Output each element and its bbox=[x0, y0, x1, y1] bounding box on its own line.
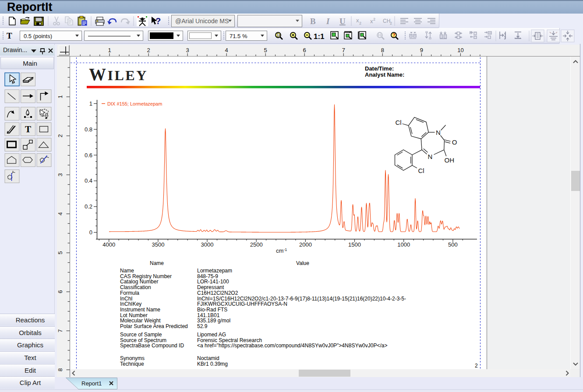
svg-text:T: T bbox=[25, 124, 31, 134]
svg-text:1:1: 1:1 bbox=[314, 32, 325, 41]
svg-text:7: 7 bbox=[342, 47, 345, 53]
svg-text:N: N bbox=[436, 129, 441, 136]
svg-text:2: 2 bbox=[359, 21, 361, 25]
svg-text:1: 1 bbox=[108, 47, 111, 53]
svg-text:2: 2 bbox=[373, 17, 375, 21]
svg-text:5: 5 bbox=[57, 251, 64, 254]
svg-text:0.8: 0.8 bbox=[85, 126, 92, 133]
svg-text:U: U bbox=[339, 17, 346, 26]
svg-text:6: 6 bbox=[303, 47, 306, 53]
svg-text:0.2: 0.2 bbox=[85, 203, 92, 210]
svg-text:2: 2 bbox=[390, 21, 392, 25]
svg-text:1: 1 bbox=[89, 100, 92, 107]
svg-text:8: 8 bbox=[381, 47, 384, 53]
svg-text:4: 4 bbox=[225, 47, 228, 53]
svg-text:Cl: Cl bbox=[395, 119, 401, 126]
svg-text:2000: 2000 bbox=[299, 241, 312, 248]
svg-text:Report1: Report1 bbox=[81, 380, 102, 387]
svg-text:x: x bbox=[370, 18, 373, 25]
svg-text:O: O bbox=[452, 138, 457, 146]
svg-text:B: B bbox=[310, 17, 316, 26]
svg-text:DIX #155; Lormetazepam: DIX #155; Lormetazepam bbox=[107, 101, 162, 106]
svg-text:1500: 1500 bbox=[348, 241, 361, 248]
svg-text:9: 9 bbox=[420, 47, 423, 53]
svg-text:T: T bbox=[7, 31, 12, 40]
svg-text:2500: 2500 bbox=[250, 241, 263, 248]
svg-text:2: 2 bbox=[57, 134, 64, 137]
svg-text:I: I bbox=[326, 17, 330, 26]
svg-text:0.6: 0.6 bbox=[85, 152, 92, 159]
svg-text:Cl: Cl bbox=[418, 167, 424, 174]
svg-text:cm-1: cm-1 bbox=[276, 247, 287, 254]
svg-text:x: x bbox=[356, 17, 359, 24]
svg-text:0: 0 bbox=[89, 229, 92, 236]
svg-text:0.4: 0.4 bbox=[85, 177, 92, 184]
svg-text:?: ? bbox=[155, 16, 161, 26]
svg-text:1000: 1000 bbox=[397, 241, 410, 248]
svg-text:4: 4 bbox=[57, 212, 64, 215]
svg-text:?: ? bbox=[392, 32, 396, 38]
svg-text:CH: CH bbox=[383, 18, 390, 24]
svg-text:3500: 3500 bbox=[152, 241, 164, 248]
svg-text:4000: 4000 bbox=[102, 241, 115, 248]
svg-text:10: 10 bbox=[457, 47, 463, 53]
svg-text:500: 500 bbox=[448, 241, 458, 248]
svg-text:2: 2 bbox=[147, 47, 150, 53]
svg-text:7: 7 bbox=[57, 329, 64, 332]
svg-text:3: 3 bbox=[186, 47, 189, 53]
svg-text:3: 3 bbox=[57, 173, 64, 176]
svg-text:6: 6 bbox=[57, 290, 64, 293]
svg-text:5: 5 bbox=[264, 47, 267, 53]
svg-text:8: 8 bbox=[57, 368, 64, 371]
svg-text:3000: 3000 bbox=[201, 241, 214, 248]
svg-text:N: N bbox=[428, 153, 433, 160]
svg-text:1: 1 bbox=[57, 95, 64, 98]
svg-text:OH: OH bbox=[445, 156, 455, 164]
